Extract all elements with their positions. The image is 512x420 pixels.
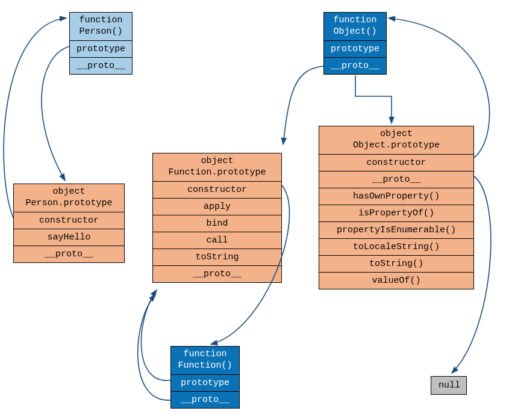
- node-title: object Person.prototype: [14, 184, 124, 212]
- node-title: object Object.prototype: [319, 126, 473, 155]
- prop-proto: __proto__: [14, 246, 124, 262]
- prop-proto: __proto__: [70, 58, 132, 74]
- prop-proto: __proto__: [324, 58, 386, 74]
- title-line2: Function.prototype: [168, 167, 266, 178]
- prop-propertyisenumerable: propertyIsEnumerable(): [319, 222, 473, 239]
- node-function-function: function Function() prototype __proto__: [170, 346, 240, 409]
- null-label: null: [439, 380, 460, 391]
- prop-tolocalestring: toLocaleString(): [319, 239, 473, 256]
- prop-proto: __proto__: [171, 392, 239, 408]
- node-object-prototype: object Object.prototype constructor __pr…: [319, 126, 474, 289]
- prop-hasownproperty: hasOwnProperty(): [319, 188, 473, 205]
- prop-prototype: prototype: [70, 41, 132, 58]
- node-title: function Person(): [70, 13, 132, 41]
- title-line2: Function(): [178, 360, 232, 371]
- title-line1: object: [380, 129, 413, 139]
- prop-prototype: prototype: [171, 375, 239, 392]
- prop-prototype: prototype: [324, 41, 386, 58]
- prop-proto: __proto__: [153, 266, 281, 282]
- title-line1: function: [333, 15, 376, 25]
- prop-constructor: constructor: [153, 182, 281, 199]
- node-null: null: [431, 376, 467, 395]
- node-title: function Function(): [171, 347, 239, 375]
- title-line2: Person.prototype: [25, 198, 112, 208]
- prop-constructor: constructor: [14, 212, 124, 229]
- node-function-person: function Person() prototype __proto__: [69, 12, 133, 75]
- node-title: function Object(): [324, 13, 386, 41]
- title-line1: object: [201, 156, 233, 166]
- prop-proto: __proto__: [319, 171, 473, 188]
- prop-call: call: [153, 232, 281, 249]
- node-title: object Function.prototype: [153, 153, 281, 182]
- title-line2: Object(): [333, 26, 376, 37]
- title-line1: function: [79, 15, 122, 25]
- prop-tostring: toString: [153, 249, 281, 266]
- node-function-prototype: object Function.prototype constructor ap…: [152, 153, 282, 283]
- prop-ispropertyof: isPropertyOf(): [319, 205, 473, 222]
- prop-sayhello: sayHello: [14, 229, 124, 246]
- title-line2: Person(): [79, 26, 122, 37]
- node-person-prototype: object Person.prototype constructor sayH…: [13, 184, 125, 263]
- prop-tostring: toString(): [319, 256, 473, 273]
- prop-constructor: constructor: [319, 155, 473, 171]
- prop-apply: apply: [153, 199, 281, 215]
- node-function-object: function Object() prototype __proto__: [323, 12, 387, 75]
- title-line1: object: [52, 187, 85, 197]
- title-line2: Object.prototype: [353, 140, 440, 150]
- prop-valueof: valueOf(): [319, 273, 473, 289]
- title-line1: function: [183, 349, 226, 359]
- prop-bind: bind: [153, 215, 281, 232]
